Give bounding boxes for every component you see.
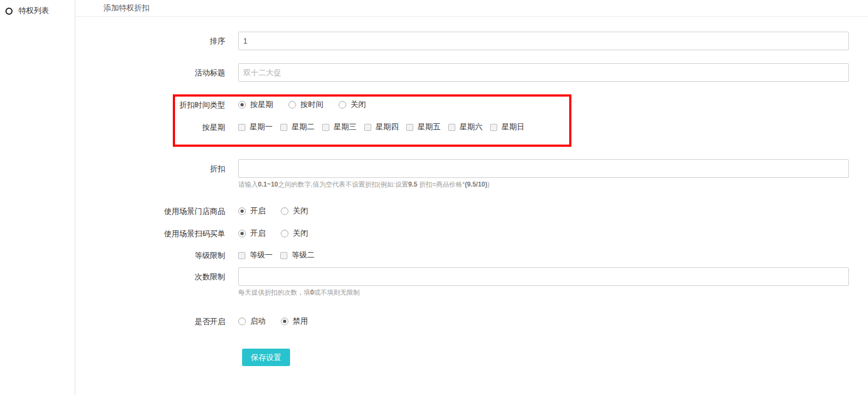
discount-hint: 请输入0.1~10之间的数字,值为空代表不设置折扣(例如:设置9.5 折扣=商品… (238, 180, 849, 189)
sort-label: 排序 (76, 32, 225, 50)
radio-option-scan-on[interactable]: 开启 (238, 229, 266, 238)
count-limit-hint: 每天提供折扣的次数，填0或不填则无限制 (238, 288, 849, 297)
checkbox-option-label: 星期四 (376, 122, 399, 132)
radio-option-enable[interactable]: 启动 (238, 316, 266, 326)
checkbox-option-thursday[interactable]: 星期四 (364, 122, 399, 132)
weekdays-label: 按星期 (76, 122, 225, 133)
radio-option-store-off[interactable]: 关闭 (281, 206, 308, 216)
checkbox-option-level-2[interactable]: 等级二 (280, 250, 315, 260)
form-row-time-type: 折扣时间类型 按星期 按时间 关闭 (76, 99, 868, 110)
checkbox-option-label: 星期三 (334, 122, 357, 132)
radio-option-scan-off[interactable]: 关闭 (281, 229, 308, 238)
checkbox-option-saturday[interactable]: 星期六 (448, 122, 483, 132)
checkbox-icon[interactable] (448, 124, 455, 131)
sidebar: 特权列表 (0, 0, 75, 395)
radio-option-by-time[interactable]: 按时间 (288, 100, 323, 110)
checkbox-option-label: 星期六 (460, 122, 483, 132)
activity-title-input[interactable] (238, 63, 849, 82)
checkbox-icon[interactable] (406, 124, 413, 131)
discount-label: 折扣 (76, 159, 225, 178)
checkbox-icon[interactable] (238, 124, 245, 131)
discount-input[interactable] (238, 159, 849, 178)
sidebar-item-privilege-list[interactable]: 特权列表 (0, 0, 75, 22)
discount-form: 排序 活动标题 折扣时间类型 按星期 按时间 (76, 17, 868, 366)
form-row-discount: 折扣 请输入0.1~10之间的数字,值为空代表不设置折扣(例如:设置9.5 折扣… (76, 159, 868, 189)
checkbox-option-level-1[interactable]: 等级一 (238, 250, 273, 260)
radio-icon[interactable] (281, 230, 288, 237)
checkbox-option-label: 星期二 (292, 122, 315, 132)
radio-icon[interactable] (339, 101, 346, 109)
circle-icon (5, 8, 13, 15)
activity-title-label: 活动标题 (76, 63, 225, 82)
count-limit-input[interactable] (238, 267, 849, 286)
scene-scan-label: 使用场景扫码买单 (76, 228, 225, 239)
radio-icon[interactable] (238, 318, 246, 325)
radio-icon[interactable] (238, 101, 246, 109)
radio-option-label: 禁用 (293, 316, 308, 326)
radio-option-disable[interactable]: 禁用 (281, 316, 308, 326)
radio-icon[interactable] (238, 207, 246, 215)
form-row-enabled: 是否开启 启动 禁用 (76, 316, 868, 327)
checkbox-option-label: 星期日 (502, 122, 525, 132)
checkbox-option-friday[interactable]: 星期五 (406, 122, 441, 132)
checkbox-option-label: 星期一 (250, 122, 273, 132)
count-limit-label: 次数限制 (76, 267, 225, 286)
save-settings-button[interactable]: 保存设置 (242, 349, 290, 366)
form-row-level-limit: 等级限制 等级一 等级二 (76, 250, 868, 261)
radio-option-by-week[interactable]: 按星期 (238, 100, 273, 110)
radio-option-label: 开启 (250, 206, 266, 216)
radio-option-label: 按时间 (300, 100, 323, 110)
radio-option-label: 启动 (250, 316, 266, 326)
checkbox-icon[interactable] (238, 252, 245, 259)
page-header: 添加特权折扣 (76, 0, 868, 17)
radio-icon[interactable] (281, 318, 288, 325)
radio-option-label: 按星期 (250, 100, 273, 110)
sidebar-item-label: 特权列表 (19, 6, 49, 16)
checkbox-icon[interactable] (280, 124, 287, 131)
radio-option-label: 关闭 (351, 100, 366, 110)
time-type-label: 折扣时间类型 (76, 99, 225, 110)
form-row-scene-store: 使用场景门店商品 开启 关闭 (76, 206, 868, 217)
checkbox-icon[interactable] (280, 252, 287, 259)
radio-option-label: 开启 (250, 229, 266, 238)
radio-icon[interactable] (288, 101, 296, 109)
form-row-save: 保存设置 (76, 349, 868, 366)
level-limit-label: 等级限制 (76, 250, 225, 261)
sort-input[interactable] (238, 32, 849, 50)
checkbox-option-tuesday[interactable]: 星期二 (280, 122, 315, 132)
radio-icon[interactable] (281, 207, 288, 215)
page-title: 添加特权折扣 (104, 3, 149, 13)
enabled-label: 是否开启 (76, 316, 225, 327)
radio-option-closed[interactable]: 关闭 (339, 100, 366, 110)
scene-store-label: 使用场景门店商品 (76, 206, 225, 217)
main-content: 添加特权折扣 排序 活动标题 折扣时间类型 按星期 (76, 0, 868, 395)
checkbox-option-monday[interactable]: 星期一 (238, 122, 273, 132)
checkbox-icon[interactable] (364, 124, 371, 131)
checkbox-icon[interactable] (322, 124, 329, 131)
form-row-weekdays: 按星期 星期一 星期二 星期三 星期四 (76, 122, 868, 133)
checkbox-option-wednesday[interactable]: 星期三 (322, 122, 357, 132)
radio-option-label: 关闭 (293, 206, 308, 216)
checkbox-option-label: 等级二 (292, 250, 315, 260)
form-row-activity-title: 活动标题 (76, 63, 868, 82)
checkbox-option-sunday[interactable]: 星期日 (490, 122, 525, 132)
checkbox-icon[interactable] (490, 124, 497, 131)
radio-option-store-on[interactable]: 开启 (238, 206, 266, 216)
radio-option-label: 关闭 (293, 229, 308, 238)
checkbox-option-label: 等级一 (250, 250, 273, 260)
form-row-count-limit: 次数限制 每天提供折扣的次数，填0或不填则无限制 (76, 267, 868, 297)
checkbox-option-label: 星期五 (418, 122, 441, 132)
form-row-sort: 排序 (76, 32, 868, 50)
form-row-scene-scan: 使用场景扫码买单 开启 关闭 (76, 228, 868, 239)
radio-icon[interactable] (238, 230, 246, 237)
